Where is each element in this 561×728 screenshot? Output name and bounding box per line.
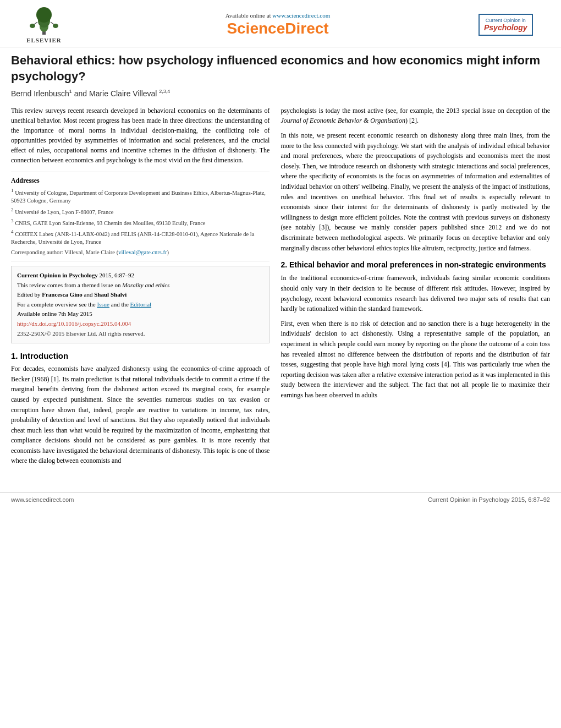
right-para1: psychologists is today the most active (… [280,106,550,126]
address-item-2: 2 Université de Lyon, Lyon F-69007, Fran… [11,206,270,216]
author2-sup: 2,3,4 [159,89,170,94]
author1-name: Bernd Irlenbusch [11,89,69,98]
svg-point-8 [43,32,45,34]
journal-italic: Journal of Economic Behavior & Organisat… [280,117,405,124]
elsevier-logo-section: ELSEVIER [11,6,77,43]
section2-para1: In the traditional economics-of-crime fr… [280,273,550,314]
doi-info: http://dx.doi.org/10.1016/j.copsyc.2015.… [17,319,263,329]
addresses-section: Addresses 1 University of Cologne, Depar… [11,177,270,255]
address-item-1: 1 University of Cologne, Department of C… [11,187,270,205]
section2-para2: First, even when there is no risk of det… [280,319,550,401]
psychology-label: Psychology [484,23,527,32]
current-opinion-label: Current Opinion in [484,18,527,23]
journal-year-pages: 2015, 6:87–92 [100,272,135,278]
doi-link[interactable]: http://dx.doi.org/10.1016/j.copsyc.2015.… [17,320,131,327]
left-column: This review surveys recent research deve… [11,106,270,470]
website-link[interactable]: www.sciencedirect.com [272,12,330,19]
editorial-link[interactable]: Editorial [130,301,152,308]
article-authors: Bernd Irlenbusch1 and Marie Claire Ville… [11,89,550,98]
page-header: ELSEVIER Available online at www.science… [0,0,561,47]
header-center: Available online at www.sciencedirect.co… [77,12,479,37]
theme-info: This review comes from a themed issue on… [17,281,263,291]
two-column-layout: This review surveys recent research deve… [11,106,550,470]
journal-badge: Current Opinion in Psychology [479,14,533,36]
section2-heading: 2. Ethical behavior and moral preference… [280,260,550,270]
theme-topic: Morality and ethics [122,282,169,288]
journal-volume-info: Current Opinion in Psychology 2015, 6:87… [17,271,263,281]
abstract-text: This review surveys recent research deve… [11,106,270,165]
sciencedirect-logo: ScienceDirect [77,20,479,37]
divider2 [11,261,270,261]
available-online-date: Available online 7th May 2015 [17,309,263,319]
elsevier-tree-icon [28,6,61,36]
available-online-text: Available online at www.sciencedirect.co… [77,12,479,19]
logo-science: Science [227,20,285,37]
right-column: psychologists is today the most active (… [280,106,550,470]
elsevier-label: ELSEVIER [26,37,62,43]
overview-info: For a complete overview see the Issue an… [17,300,263,310]
page-footer: www.sciencedirect.com Current Opinion in… [0,492,561,506]
journal-name: Current Opinion in Psychology [17,272,98,278]
addresses-text: 1 University of Cologne, Department of C… [11,187,270,247]
footer-website: www.sciencedirect.com [11,496,74,503]
elsevier-logo: ELSEVIER [11,6,77,43]
svg-point-3 [36,7,52,23]
author1-sup: 1 [69,89,72,94]
section1-paragraph1: For decades, economists have analyzed di… [11,364,270,466]
svg-point-6 [30,24,35,28]
address-item-3: 3 CNRS, GATE Lyon Saint-Etienne, 93 Chem… [11,217,270,227]
issue-link[interactable]: Issue [97,301,109,308]
divider [11,172,270,172]
article-title: Behavioral ethics: how psychology influe… [11,53,550,84]
journal-badge-section: Current Opinion in Psychology [479,14,550,36]
logo-direct: Direct [285,20,328,37]
svg-point-7 [53,24,58,28]
footer-journal-info: Current Opinion in Psychology 2015, 6:87… [428,496,550,503]
right-para2: In this note, we present recent economic… [280,130,550,253]
editor2-name: Shaul Shalvi [94,291,127,298]
section1-heading: 1. Introduction [11,351,270,360]
editor1-name: Francesca Gino [42,291,82,298]
author-and: and Marie Claire Villeval [74,89,160,98]
copyright-info: 2352-250X/© 2015 Elsevier Ltd. All right… [17,329,263,339]
info-box: Current Opinion in Psychology 2015, 6:87… [11,266,270,343]
corresponding-email-link[interactable]: villeval@gate.cnrs.fr [118,249,167,255]
addresses-title: Addresses [11,177,270,185]
edited-by-info: Edited by Francesca Gino and Shaul Shalv… [17,290,263,300]
main-content: Behavioral ethics: how psychology influe… [0,47,561,481]
address-item-4: 4 CORTEX Labex (ANR-11-LABX-0042) and FE… [11,228,270,247]
corresponding-author: Corresponding author: Villeval, Marie Cl… [11,249,270,255]
